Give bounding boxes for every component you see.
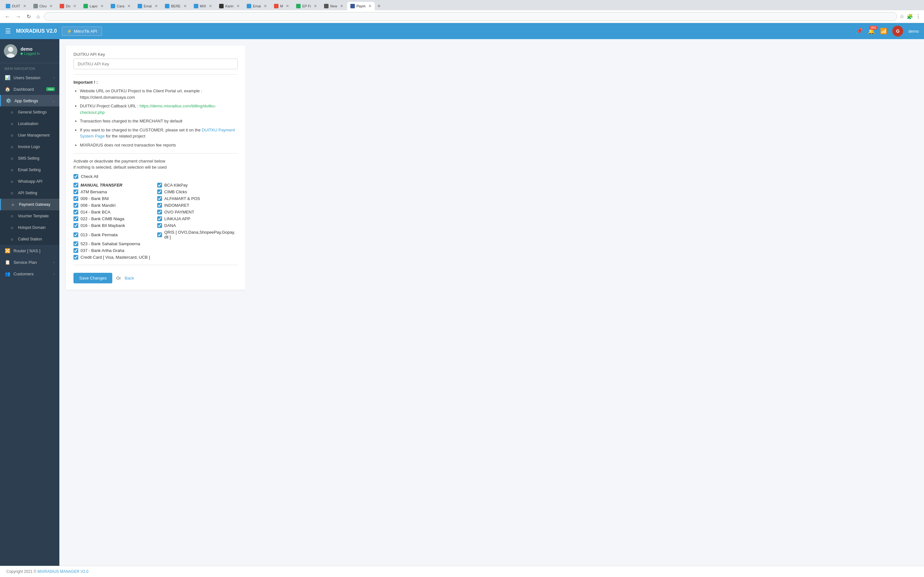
sidebar-item-service-plan[interactable]: 📋 Service Plan ‹ — [0, 256, 59, 268]
important-item-3: Transaction fees charged to the MERCHANT… — [80, 118, 238, 124]
sidebar-item-users-session[interactable]: 📊 Users Session ‹ — [0, 72, 59, 83]
back-link[interactable]: Back — [125, 276, 134, 280]
checkbox-indomaret-label[interactable]: INDOMARET — [164, 203, 189, 208]
checkbox-008-mandiri-label[interactable]: 008 - Bank Mandiri — [81, 203, 115, 208]
checkbox-qris-label[interactable]: QRIS [ OVO,Dana,ShopeePay,Gopay, dll ] — [164, 230, 238, 239]
checkbox-cimb-clicks-input[interactable] — [157, 189, 162, 194]
sidebar-item-hotspot-domain[interactable]: ○ Hotspot Domain — [0, 222, 59, 234]
checkbox-013-permata: 013 - Bank Permata — [73, 230, 154, 239]
tab-clou[interactable]: Clou ✕ — [30, 2, 56, 10]
home-nav-button[interactable]: ⌂ — [35, 13, 41, 20]
copyright-link[interactable]: MIXRADIUS MANAGER V2.0 — [37, 569, 89, 574]
duitku-api-key-group: DUITKU API Key — [73, 52, 238, 69]
hamburger-button[interactable]: ☰ — [5, 27, 11, 35]
bookmark-button[interactable]: ☆ — [900, 13, 904, 19]
sidebar-item-customers[interactable]: 👥 Customers ‹ — [0, 268, 59, 279]
checkbox-016-bii-maybank-input[interactable] — [73, 223, 78, 228]
sidebar-item-email-setting[interactable]: ○ Email Setting — [0, 164, 59, 176]
checkbox-bca-klikpay-label[interactable]: BCA KlikPay — [164, 183, 188, 187]
checkbox-credit-card-label[interactable]: Credit Card [ Visa, Mastercard, UCB ] — [81, 255, 150, 259]
checkbox-atm-bersama-label[interactable]: ATM Bersama — [81, 189, 107, 194]
sidebar-item-user-management[interactable]: ○ User Management — [0, 129, 59, 141]
tab-cara[interactable]: Cara ✕ — [107, 2, 134, 10]
checkbox-013-permata-label[interactable]: 013 - Bank Permata — [81, 232, 118, 237]
checkbox-manual-transfer: MANUAL TRANSFER — [73, 183, 154, 187]
mikrotik-api-button[interactable]: ⚡ MikroTik API — [62, 27, 102, 36]
checkbox-014-bca-input[interactable] — [73, 210, 78, 214]
tab-bere[interactable]: BERE ✕ — [162, 2, 190, 10]
sidebar-item-called-station[interactable]: ○ Called Station — [0, 234, 59, 245]
checkbox-cimb-clicks-label[interactable]: CIMB Clicks — [164, 189, 187, 194]
settings-icon: ⚙️ — [5, 98, 11, 103]
checkbox-indomaret-input[interactable] — [157, 203, 162, 208]
tab-duit[interactable]: DUIT ✕ — [3, 2, 29, 10]
sidebar-item-router-nas[interactable]: 🔀 Router [ NAS ] — [0, 245, 59, 256]
sidebar-item-whatsapp-api[interactable]: ○ Whatsapp API — [0, 176, 59, 187]
tab-new[interactable]: New ✕ — [321, 2, 347, 10]
sidebar-item-sms-setting[interactable]: ○ SMS Setting — [0, 153, 59, 164]
checkbox-016-bii-maybank: 016 - Bank BII Maybank — [73, 223, 154, 228]
checkbox-014-bca-label[interactable]: 014 - Bank BCA — [81, 210, 110, 214]
reload-nav-button[interactable]: ↻ — [25, 13, 32, 20]
sidebar-item-dashboard[interactable]: 🏠 Dashboard new — [0, 83, 59, 95]
checkbox-manual-transfer-input[interactable] — [73, 183, 78, 187]
checkbox-ovo-payment-label[interactable]: OVO PAYMENT — [164, 210, 194, 214]
checkbox-ovo-payment-input[interactable] — [157, 210, 162, 214]
tab-epfi[interactable]: EP Fi ✕ — [293, 2, 320, 10]
extensions-button[interactable]: 🧩 — [907, 13, 913, 19]
checkbox-523-sahabat-input[interactable] — [73, 242, 78, 246]
checkbox-022-cimb-niaga-label[interactable]: 022 - Bank CIMB Niaga — [81, 216, 124, 221]
duitku-api-key-input[interactable] — [73, 59, 238, 69]
tab-do[interactable]: Do ✕ — [57, 2, 79, 10]
sidebar-item-api-setting[interactable]: ○ API Setting — [0, 187, 59, 199]
checkbox-linkaja-label[interactable]: LINKAJA APP — [164, 216, 190, 221]
checkbox-qris-input[interactable] — [157, 232, 162, 237]
checkbox-atm-bersama-input[interactable] — [73, 189, 78, 194]
mikrotik-icon: ⚡ — [67, 29, 72, 34]
sidebar-item-localisation[interactable]: ○ Localisation — [0, 118, 59, 129]
checkbox-009-bni-input[interactable] — [73, 196, 78, 201]
checkbox-alfamart-label[interactable]: ALFAMART & POS — [164, 196, 200, 201]
menu-button[interactable]: ⋮ — [916, 13, 921, 19]
checkbox-523-sahabat-label[interactable]: 523 - Bank Sahabat Sampoerna — [81, 242, 140, 246]
new-tab-button[interactable]: + — [375, 3, 383, 10]
chevron-icon-2: ‹ — [53, 260, 55, 264]
sidebar-item-voucher-template[interactable]: ○ Voucher Template — [0, 210, 59, 222]
checkbox-009-bni-label[interactable]: 009 - Bank BNI — [81, 196, 109, 201]
pin-icon-button[interactable]: 📌 — [856, 27, 863, 35]
tab-email2[interactable]: Emai ✕ — [244, 2, 270, 10]
sidebar-item-app-settings[interactable]: ⚙️ App Settings ⌄ — [0, 95, 59, 106]
checkbox-037-artha-input[interactable] — [73, 248, 78, 253]
tab-lapo[interactable]: Lapo ✕ — [80, 2, 107, 10]
checkbox-manual-transfer-label[interactable]: MANUAL TRANSFER — [81, 183, 122, 187]
tab-mix[interactable]: MIX ✕ — [191, 2, 216, 10]
notification-button[interactable]: 🔔 956 — [868, 27, 875, 35]
sidebar-item-payment-gateway[interactable]: ○ Payment Gateway — [0, 199, 59, 210]
tab-email1[interactable]: Emai ✕ — [134, 2, 161, 10]
checkbox-037-artha-label[interactable]: 037 - Bank Artha Graha — [81, 248, 124, 253]
sidebar-item-invoice-logo[interactable]: ○ Invoice Logo — [0, 141, 59, 153]
save-changes-button[interactable]: Save Changes — [73, 273, 112, 284]
stats-icon-button[interactable]: 📶 — [880, 27, 887, 35]
checkbox-linkaja-input[interactable] — [157, 216, 162, 221]
checkbox-dana-label[interactable]: DANA — [164, 223, 176, 228]
forward-nav-button[interactable]: → — [14, 13, 23, 20]
checkbox-022-cimb-niaga-input[interactable] — [73, 216, 78, 221]
copyright-text: Copyright 2021 © — [6, 569, 37, 574]
checkbox-016-bii-maybank-label[interactable]: 016 - Bank BII Maybank — [81, 223, 125, 228]
checkbox-credit-card-input[interactable] — [73, 255, 78, 259]
tab-paym[interactable]: Paym ✕ — [347, 2, 375, 10]
checkbox-bca-klikpay: BCA KlikPay — [157, 183, 238, 187]
checkbox-bca-klikpay-input[interactable] — [157, 183, 162, 187]
checkbox-013-permata-input[interactable] — [73, 232, 78, 237]
tab-karin[interactable]: Karin ✕ — [216, 2, 243, 10]
checkbox-dana-input[interactable] — [157, 223, 162, 228]
sidebar-item-general-settings[interactable]: ○ General Settings — [0, 106, 59, 118]
checkbox-alfamart-input[interactable] — [157, 196, 162, 201]
tab-m[interactable]: M ✕ — [271, 2, 292, 10]
address-bar[interactable]: demo.mixradius.com:2143/rad-settings/pay… — [44, 12, 897, 21]
check-all-label[interactable]: Check All — [81, 174, 98, 179]
back-nav-button[interactable]: ← — [3, 13, 11, 20]
checkbox-008-mandiri-input[interactable] — [73, 203, 78, 208]
check-all-checkbox[interactable] — [73, 174, 78, 179]
